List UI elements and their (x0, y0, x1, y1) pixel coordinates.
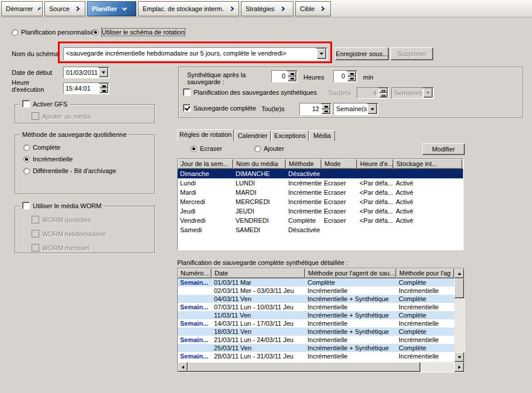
column-header[interactable]: Méthode (286, 159, 322, 169)
tab-media[interactable]: Média (309, 130, 335, 141)
rotation-row-mercredi[interactable]: Mercredi MERCREDI Incrémentielle Ecraser… (178, 197, 463, 206)
detail-row[interactable]: Semain... 14/03/11 Lun - 17/03/11 Jeu In… (178, 319, 454, 328)
detail-table-header: Numéro... Date Méthode pour l'agent de s… (178, 268, 454, 278)
detail-row[interactable]: Semain... 01/03/11 Mar Complète Complète (178, 278, 454, 287)
tab-regles-de-rotation[interactable]: Règles de rotation (177, 129, 234, 141)
detail-row[interactable]: Semain... 07/03/11 Lun - 10/03/11 Jeu In… (178, 303, 454, 311)
detail-row[interactable]: 02/03/11 Mer - 03/03/11 Jeu Incrémentiel… (178, 287, 454, 295)
full-every-spinner[interactable]: 12 (299, 103, 331, 115)
method-incremental-radio[interactable]: Incrémentielle (23, 156, 72, 163)
scroll-up-button[interactable] (454, 268, 464, 278)
spinner-down-button[interactable] (347, 77, 356, 82)
column-header[interactable]: Date (212, 268, 305, 278)
horizontal-scrollbar[interactable] (178, 362, 464, 372)
exec-time-field[interactable]: 15:44:01 (63, 82, 109, 94)
scroll-down-button[interactable] (454, 352, 464, 362)
cell: Ecraser (322, 188, 357, 197)
scrollbar-track[interactable] (420, 362, 454, 372)
save-as-button[interactable]: Enregistrer sous... (335, 47, 389, 60)
method-differential-radio[interactable]: Différentielle - Bit d'archivage (23, 167, 116, 174)
dropdown-arrow-icon (371, 108, 374, 111)
synthetic-hours-spinner[interactable]: 0 (271, 70, 298, 82)
detail-row[interactable]: Semain... 28/03/11 Lun - 31/03/11 Jeu In… (178, 352, 454, 360)
detail-row[interactable]: 25/03/11 Ven Incrémentielle + Synthétiqu… (178, 344, 454, 352)
rotation-row-dimanche[interactable]: Dimanche DIMANCHE Désactivée (178, 169, 463, 178)
spinner-up-button[interactable] (99, 84, 108, 88)
method2-cell: Incrémentielle (396, 352, 454, 360)
scrollbar-thumb[interactable] (188, 362, 420, 372)
vertical-scrollbar[interactable] (454, 268, 464, 362)
spinner-up-button[interactable] (288, 71, 296, 77)
spinner-down-button[interactable] (322, 109, 330, 115)
gfs-enable-checkbox[interactable]: Activer GFS (20, 100, 70, 108)
column-header[interactable]: Numéro... (178, 268, 212, 278)
column-header-filler (462, 159, 464, 169)
synthetic-plan-checkbox[interactable]: Planification des sauvegardes synthétiqu… (183, 88, 317, 96)
custom-plan-radio[interactable]: Planification personnalisée (12, 29, 98, 36)
cell: <Par défa... (357, 178, 393, 188)
detail-row[interactable]: 04/03/11 Ven Incrémentielle + Synthétiqu… (178, 295, 454, 303)
column-header[interactable]: Jour de la sem... (178, 159, 233, 169)
rotation-row-mardi[interactable]: Mardi MARDI Incrémentielle Ecraser <Par … (178, 188, 463, 197)
column-header[interactable]: Méthode pour l'ag (396, 268, 454, 278)
method-cell: Incrémentielle + Synthétique (305, 344, 396, 352)
scrollbar-thumb[interactable] (454, 278, 464, 298)
method-cell: Incrémentielle (305, 303, 396, 311)
method2-cell: Complète (396, 295, 454, 303)
row-filler (462, 169, 464, 178)
cell: Ecraser (322, 178, 357, 188)
wizard-tab-strategies[interactable]: Stratégies (241, 1, 293, 16)
detail-row[interactable]: 11/03/11 Ven Incrémentielle + Synthétiqu… (178, 311, 454, 319)
wizard-tab-emplacement[interactable]: Emplac. de stockage interm. (138, 1, 239, 16)
column-header[interactable]: Méthode pour l'agent de sau... (305, 268, 396, 278)
column-header[interactable]: Mode (322, 159, 357, 169)
rotation-row-jeudi[interactable]: Jeudi JEUDI Incrémentielle Ecraser <Par … (178, 206, 463, 216)
rotation-row-lundi[interactable]: Lundi LUNDI Incrémentielle Ecraser <Par … (178, 178, 463, 188)
tab-label: Planifier (92, 5, 117, 12)
full-backup-label: Sauvegarde complète (194, 105, 256, 112)
column-header[interactable]: Heure d'e... (357, 159, 393, 169)
wizard-tab-source[interactable]: Source (44, 1, 85, 16)
detail-row[interactable]: Semain... 21/03/11 Lun - 24/03/11 Jeu In… (178, 336, 454, 344)
method-cell: Incrémentielle (305, 352, 396, 360)
start-date-field[interactable]: 01/03/2011 (63, 67, 109, 78)
spinner-up-button[interactable] (322, 104, 330, 109)
synthetic-minutes-spinner[interactable]: 0 (333, 70, 357, 82)
detail-schedule-title: Planification de sauvegarde complète syn… (177, 259, 348, 266)
wizard-tab-planifier[interactable]: Planifier (87, 1, 136, 16)
method-cell: Incrémentielle + Synthétique (305, 295, 396, 303)
tab-exceptions[interactable]: Exceptions (271, 130, 309, 141)
dropdown-button[interactable] (317, 49, 326, 59)
append-radio[interactable]: Ajouter (254, 145, 284, 152)
cell: Dimanche (178, 169, 233, 178)
spinner-down-button[interactable] (99, 88, 108, 93)
rotation-plan-label: Utiliser le schéma de rotation (102, 29, 185, 36)
chevron-down-icon (122, 5, 127, 10)
scrollbar-track[interactable] (454, 298, 464, 352)
schema-name-select[interactable]: <sauvegarde incrémentielle hebdomadaire … (63, 47, 327, 60)
rotation-row-samedi[interactable]: Samedi SAMEDI Désactivée (178, 225, 463, 235)
method-complete-radio[interactable]: Complète (23, 144, 60, 151)
full-backup-checkbox[interactable]: Sauvegarde complète (183, 104, 256, 112)
rotation-row-vendredi[interactable]: Vendredi VENDREDI Complète Ecraser <Par … (178, 216, 463, 225)
gfs-enable-label: Activer GFS (33, 101, 67, 108)
wizard-tab-cible[interactable]: Cible (295, 1, 331, 16)
wizard-tab-demarrer[interactable]: Démarrer (1, 1, 43, 16)
column-header[interactable]: Stockage int... (393, 159, 462, 169)
spinner-up-button[interactable] (347, 71, 356, 77)
week-cell (178, 295, 212, 303)
scroll-right-button[interactable] (454, 362, 464, 372)
overwrite-radio[interactable]: Ecraser (191, 145, 222, 152)
scroll-left-button[interactable] (178, 362, 188, 372)
dropdown-button[interactable] (99, 68, 108, 77)
tab-calendrier[interactable]: Calendrier (234, 130, 271, 141)
rotation-plan-radio[interactable]: Utiliser le schéma de rotation (92, 29, 185, 36)
detail-row[interactable]: 18/03/11 Ven Incrémentielle + Synthétiqu… (178, 328, 454, 336)
worm-enable-checkbox[interactable]: Utiliser le média WORM (20, 202, 103, 209)
worm-monthly-label: WORM mensuel (42, 244, 89, 251)
spinner-down-button[interactable] (288, 77, 296, 82)
column-header[interactable]: Nom du média (233, 159, 286, 169)
dropdown-button[interactable] (368, 104, 377, 114)
full-unit-select[interactable]: Semaine(s) (333, 103, 378, 115)
modify-button[interactable]: Modifier (422, 143, 465, 155)
